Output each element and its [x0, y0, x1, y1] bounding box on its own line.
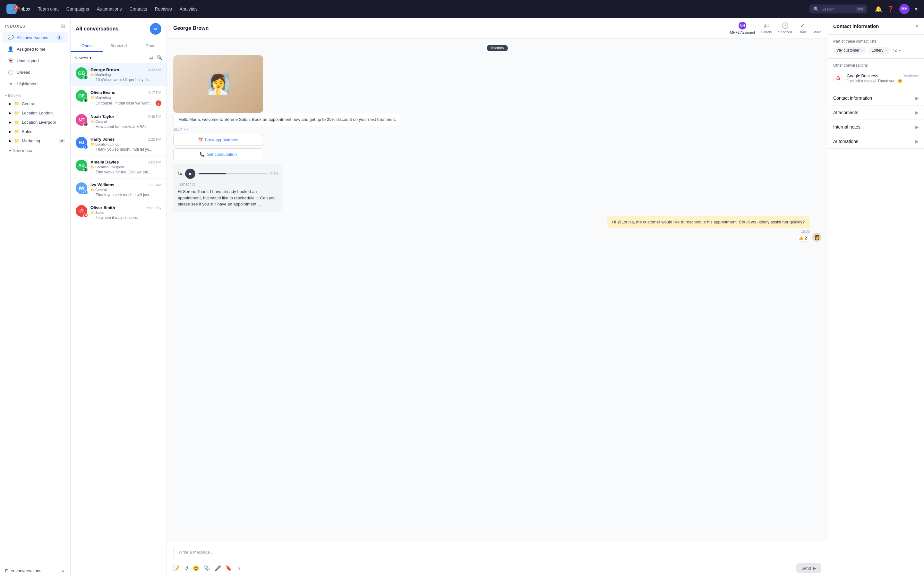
- tab-done[interactable]: Done: [134, 40, 166, 52]
- audio-icon[interactable]: 🎤: [215, 565, 221, 571]
- msg-action-buttons: 📅 Book appointment 📞 Get consultation: [173, 134, 263, 160]
- sidebar-item-unread[interactable]: ◯ Unread: [3, 67, 68, 77]
- welcome-message-text: Hello Maria, welcome to Serene Salon. Bo…: [179, 117, 396, 122]
- get-consultation-btn[interactable]: 📞 Get consultation: [173, 148, 263, 160]
- more-action[interactable]: ··· More: [813, 23, 821, 34]
- assigned-icon: 👤: [8, 46, 13, 52]
- conv-sort-filter[interactable]: Newest ▾: [74, 55, 92, 60]
- tab-snoozed[interactable]: Snoozed: [103, 40, 135, 52]
- contact-lists-section: Part of these contact lists VIP customer…: [828, 35, 924, 59]
- sidebar-item-assigned-to-me[interactable]: 👤 Assigned to me: [3, 44, 68, 55]
- conv-dots-6: ···: [90, 193, 94, 197]
- conv-item-george-brown[interactable]: GB 📱 George Brown 4:33 PM 📁 Marketing ··…: [71, 63, 166, 86]
- other-conv-google[interactable]: G Google Business Yesterday Just left a …: [833, 71, 919, 86]
- assigned-action[interactable]: MH MH+2 Assigned: [730, 22, 754, 34]
- note-icon[interactable]: 📝: [173, 565, 180, 571]
- conv-dots: ···: [90, 77, 94, 82]
- nav-campaigns[interactable]: Campaigns: [66, 6, 89, 11]
- conv-item-noah-taylor[interactable]: NT 📷 Noah Taylor 3:49 PM 📁 Central ··· H…: [71, 110, 166, 133]
- right-panel: Contact information ✕ Part of these cont…: [828, 18, 924, 577]
- platform-icon-whatsapp: 📱: [83, 75, 88, 79]
- tag-lottery-close[interactable]: ✕: [885, 49, 887, 52]
- nav-automations[interactable]: Automations: [97, 6, 122, 11]
- audio-progress-fill: [199, 173, 226, 174]
- conv-filter-bar: Newest ▾ ⇄ 🔍: [71, 52, 166, 63]
- search-bar[interactable]: 🔍 ⌘K: [809, 5, 867, 13]
- tag-more[interactable]: +2: [893, 48, 897, 53]
- sales-expand-icon: ▶: [9, 130, 11, 133]
- book-appointment-btn[interactable]: 📅 Book appointment: [173, 134, 263, 146]
- filter-conversations[interactable]: Filter conversations ▲: [0, 564, 70, 577]
- snoozed-action[interactable]: 🕐 Snoozed: [778, 22, 792, 34]
- internal-notes-collapsible[interactable]: Internal notes ▶: [828, 120, 924, 134]
- user-avatar[interactable]: MH: [899, 4, 909, 14]
- top-navigation: 🐦 2 Inbox Team chat Campaigns Automation…: [0, 0, 924, 18]
- send-button[interactable]: Send ▶: [796, 563, 821, 573]
- conv-item-oliver-smith[interactable]: @ ✉ Oliver Smith Yesterday 📁 Sales ··· T…: [71, 201, 166, 224]
- notifications-icon[interactable]: 🔔: [875, 5, 882, 13]
- play-button[interactable]: ▶: [185, 169, 195, 179]
- chat-input-box[interactable]: Write a message ...: [173, 546, 821, 560]
- sidebar-folder-marketing[interactable]: ▶ 📁 Marketing 2: [0, 136, 70, 145]
- refresh-icon[interactable]: ↺: [184, 565, 188, 571]
- labels-action[interactable]: 🏷 Labels: [761, 23, 772, 34]
- sidebar-folder-sales[interactable]: ▶ 📁 Sales: [0, 127, 70, 136]
- conv-item-harry-jones[interactable]: HJ f Harry Jones 2:22 PM 📁 Location Lond…: [71, 133, 166, 156]
- automations-collapsible[interactable]: Automations ▶: [828, 134, 924, 149]
- attachment-icon[interactable]: 📎: [204, 565, 210, 571]
- sidebar-layout-icon[interactable]: ⊞: [61, 23, 65, 29]
- conv-item-amelia-davies[interactable]: AD 📱 Amelia Davies 2:03 PM 📁 Location Li…: [71, 156, 166, 179]
- conv-time-ivy-williams: 9:32 AM: [149, 183, 162, 187]
- new-inbox-button[interactable]: + New inbox: [0, 145, 70, 155]
- done-action[interactable]: ✓ Done: [798, 22, 807, 34]
- attachments-arrow: ▶: [915, 110, 919, 115]
- consultation-label: Get consultation: [207, 152, 237, 157]
- sidebar-folder-location-liverpool[interactable]: ▶ 📁 Location Liverpool: [0, 118, 70, 127]
- search-conv-icon[interactable]: 🔍: [157, 55, 163, 61]
- nav-contacts[interactable]: Contacts: [129, 6, 147, 11]
- automations-section-label: Automations: [833, 139, 858, 144]
- tag-dropdown-icon[interactable]: ▾: [899, 48, 901, 53]
- close-panel-button[interactable]: ✕: [915, 23, 919, 29]
- other-conv-time: Yesterday: [903, 73, 919, 78]
- internal-notes-arrow: ▶: [915, 124, 919, 129]
- search-input[interactable]: [821, 7, 853, 11]
- send-label: Send: [801, 566, 811, 571]
- sidebar-item-unassigned[interactable]: 👻 Unassigned: [3, 55, 68, 66]
- nav-team-chat[interactable]: Team chat: [38, 6, 59, 11]
- conv-item-ivy-williams[interactable]: IW ✈ Ivy Williams 9:32 AM 📁 Central ··· …: [71, 179, 166, 201]
- attachments-collapsible[interactable]: Attachments ▶: [828, 105, 924, 120]
- nav-reviews[interactable]: Reviews: [155, 6, 172, 11]
- sidebar-folder-location-london[interactable]: ▶ 📁 Location London: [0, 108, 70, 118]
- audio-progress-bar[interactable]: [199, 173, 267, 174]
- sidebar-folder-central[interactable]: ▶ 📁 Central: [0, 99, 70, 108]
- conv-item-olivia-evans[interactable]: OE 📱 Olivia Evans 4:17 PM 📁 Marketing ··…: [71, 86, 166, 110]
- nav-analytics[interactable]: Analytics: [180, 6, 198, 11]
- audio-duration: 0:14: [270, 171, 278, 176]
- tab-open[interactable]: Open: [71, 40, 103, 52]
- bookmark-icon[interactable]: 🔖: [226, 565, 232, 571]
- star-icon[interactable]: ☆: [236, 565, 241, 571]
- sidebar-inboxes-section[interactable]: ▾ Inboxes: [0, 89, 70, 99]
- emoji-icon[interactable]: 😊: [193, 565, 199, 571]
- conv-name-olivia-evans: Olivia Evans: [90, 90, 115, 95]
- unread-badge-olivia: 2: [156, 100, 162, 106]
- compose-button[interactable]: ✏: [150, 23, 162, 35]
- user-dropdown-icon[interactable]: ▾: [915, 5, 918, 13]
- sidebar-item-highlighted[interactable]: ★ Highlighted: [3, 78, 68, 89]
- send-icon: ▶: [813, 566, 816, 571]
- conv-time-amelia-davies: 2:03 PM: [148, 160, 162, 164]
- sidebar: Inboxes ⊞ 💬 All conversations 2 👤 Assign…: [0, 18, 71, 577]
- nav-inbox[interactable]: Inbox: [19, 6, 30, 11]
- reassign-icon[interactable]: ⇄: [149, 55, 153, 61]
- tag-vip-customer: VIP customer ✕: [833, 47, 867, 54]
- conv-time-george-brown: 4:33 PM: [148, 68, 162, 72]
- sidebar-item-all-conversations[interactable]: 💬 All conversations 2: [3, 32, 68, 43]
- conv-content-oliver-smith: Oliver Smith Yesterday 📁 Sales ··· To wh…: [90, 205, 162, 220]
- tag-vip-close[interactable]: ✕: [861, 49, 863, 52]
- audio-speed[interactable]: 1x: [178, 171, 182, 176]
- all-convs-icon: 💬: [8, 35, 13, 40]
- automations-arrow: ▶: [915, 139, 919, 144]
- help-icon[interactable]: ❓: [887, 5, 894, 13]
- contact-info-collapsible[interactable]: Contact information ▶: [828, 91, 924, 105]
